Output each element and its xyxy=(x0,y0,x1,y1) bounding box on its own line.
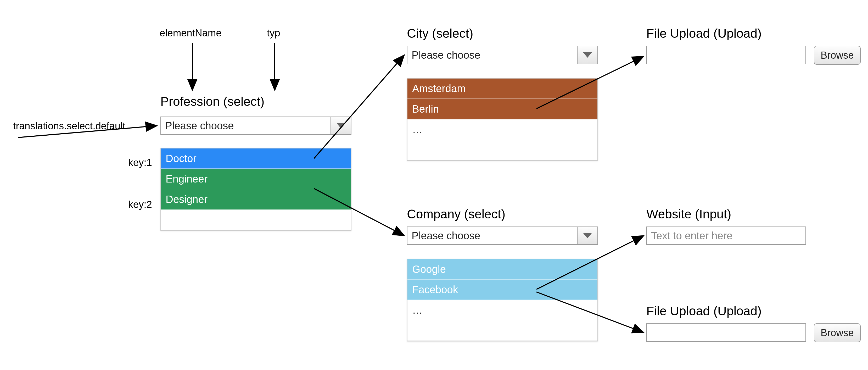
profession-option-doctor[interactable]: Doctor xyxy=(161,148,351,169)
svg-marker-1 xyxy=(583,52,592,58)
company-option-ellipsis: … xyxy=(407,300,597,320)
city-option-empty xyxy=(407,140,597,160)
annotation-translations-default: translations.select.default xyxy=(13,120,125,132)
profession-select-value: Please choose xyxy=(161,117,331,134)
file-upload-1-label: File Upload (Upload) xyxy=(646,26,762,40)
profession-option-designer[interactable]: Designer xyxy=(161,189,351,210)
company-select[interactable]: Please choose xyxy=(407,227,598,245)
svg-marker-0 xyxy=(337,123,345,128)
svg-line-7 xyxy=(314,55,404,159)
city-options-list: Amsterdam Berlin … xyxy=(407,78,598,161)
city-option-berlin[interactable]: Berlin xyxy=(407,99,597,119)
chevron-down-icon xyxy=(331,117,351,134)
website-input[interactable]: Text to enter here xyxy=(646,227,806,245)
annotation-key2: key:2 xyxy=(128,199,152,210)
profession-option-engineer[interactable]: Engineer xyxy=(161,169,351,189)
company-option-empty xyxy=(407,320,597,341)
file-upload-2-browse-button[interactable]: Browse xyxy=(814,323,861,342)
city-label: City (select) xyxy=(407,26,473,40)
city-option-amsterdam[interactable]: Amsterdam xyxy=(407,79,597,99)
file-upload-2-input[interactable] xyxy=(646,323,806,342)
annotation-typ: typ xyxy=(267,28,280,39)
company-option-facebook[interactable]: Facebook xyxy=(407,280,597,300)
file-upload-2-label: File Upload (Upload) xyxy=(646,304,762,318)
profession-select[interactable]: Please choose xyxy=(160,116,351,135)
profession-options-list: Doctor Engineer Designer xyxy=(160,148,351,231)
city-select-value: Please choose xyxy=(407,46,577,64)
chevron-down-icon xyxy=(577,46,597,64)
annotation-key1: key:1 xyxy=(128,157,152,168)
annotation-elementname: elementName xyxy=(160,28,222,39)
company-option-google[interactable]: Google xyxy=(407,259,597,280)
file-upload-1-input[interactable] xyxy=(646,46,806,64)
website-label: Website (Input) xyxy=(646,207,732,221)
company-options-list: Google Facebook … xyxy=(407,259,598,341)
file-upload-1-browse-button[interactable]: Browse xyxy=(814,46,861,65)
city-option-ellipsis: … xyxy=(407,119,597,140)
company-select-value: Please choose xyxy=(407,227,577,244)
chevron-down-icon xyxy=(577,227,597,244)
company-label: Company (select) xyxy=(407,207,505,221)
svg-marker-2 xyxy=(583,233,592,238)
profession-label: Profession (select) xyxy=(160,94,264,109)
profession-option-empty xyxy=(161,210,351,230)
city-select[interactable]: Please choose xyxy=(407,46,598,64)
